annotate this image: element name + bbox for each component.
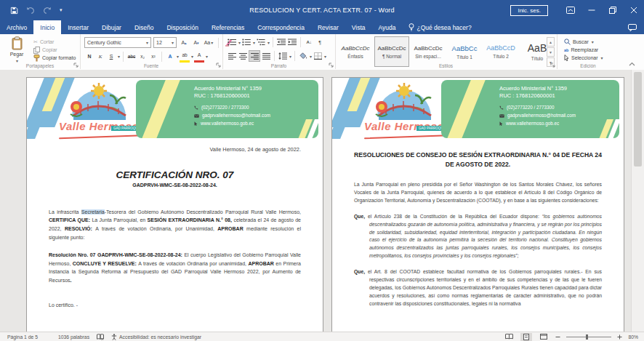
align-center-button[interactable]: [238, 51, 248, 61]
zoom-in-icon[interactable]: [617, 334, 622, 340]
group-parrafo: ▾ ▾ ▾ A↓ ¶: [222, 34, 336, 69]
minimize-button[interactable]: [581, 0, 602, 20]
select-button[interactable]: Seleccionar ▾: [564, 54, 603, 62]
align-left-button[interactable]: [227, 51, 237, 61]
underline-button[interactable]: S: [106, 52, 116, 62]
word-count[interactable]: 1036 palabras: [58, 334, 89, 340]
font-color-button[interactable]: A: [194, 50, 204, 63]
increase-indent-icon[interactable]: [287, 37, 297, 47]
print-layout-icon[interactable]: [520, 333, 532, 341]
accessibility-status[interactable]: Accesibilidad: es necesario investigar: [111, 334, 201, 340]
styles-dialog-launcher-icon[interactable]: [550, 63, 555, 68]
copy-button[interactable]: Copiar: [33, 46, 76, 54]
format-painter-button[interactable]: Copiar formato: [33, 54, 76, 62]
certification-paragraph-1: La infrascrita Secretaria-Tesorera del G…: [49, 208, 301, 241]
clipboard-dialog-launcher-icon[interactable]: [73, 63, 79, 68]
style-titulo-2[interactable]: AaBbCcD Título 2: [483, 36, 518, 67]
tab-referencias[interactable]: Referencias: [205, 20, 251, 34]
find-caret-icon: ▾: [592, 39, 594, 44]
subscript-button[interactable]: x₂: [137, 52, 148, 62]
shading-icon[interactable]: [298, 51, 308, 61]
text-effects-caret-icon[interactable]: ▾: [177, 54, 179, 59]
highlight-caret-icon[interactable]: ▾: [191, 54, 193, 59]
align-right-button[interactable]: [249, 50, 260, 62]
clipboard-icon: [12, 36, 23, 50]
lightbulb-icon: [408, 23, 414, 31]
tab-insertar[interactable]: Insertar: [61, 20, 95, 34]
find-button[interactable]: Buscar ▾: [564, 38, 603, 46]
close-button[interactable]: [623, 0, 644, 20]
bold-button[interactable]: N: [84, 52, 94, 62]
ribbon-tab-row: Archivo Inicio Insertar Dibujar Diseño D…: [0, 20, 644, 34]
zoom-slider[interactable]: [566, 337, 611, 337]
email-row: gadprvallehermoso@hotmail.com: [499, 112, 576, 119]
tab-dibujar[interactable]: Dibujar: [95, 20, 128, 34]
zoom-level[interactable]: 80%: [628, 334, 638, 340]
paste-button[interactable]: Pegar ▾: [5, 36, 28, 67]
italic-button[interactable]: K: [95, 52, 105, 62]
zoom-slider-thumb[interactable]: [586, 334, 588, 340]
document-page-1[interactable]: Valle Hermoso GAD PARROQUIAL Acuerdo Min…: [26, 77, 323, 332]
shrink-font-button[interactable]: A▾: [191, 38, 201, 48]
font-name-combo[interactable]: Century Gothic ▾: [84, 37, 151, 48]
cut-button[interactable]: ✂ Cortar: [33, 38, 76, 46]
decor-yellow-stripe-3: [445, 80, 487, 138]
styles-scroll-down-icon[interactable]: ▼: [547, 47, 555, 57]
tab-revisar[interactable]: Revisar: [311, 20, 345, 34]
change-case-button[interactable]: Aa▾: [204, 38, 214, 48]
underline-caret-icon[interactable]: ▾: [118, 54, 120, 59]
pilcrow-icon[interactable]: ¶: [315, 37, 325, 47]
style-enfasis[interactable]: AaBbCcDc Énfasis: [338, 36, 373, 67]
highlight-color-button[interactable]: ab: [180, 50, 190, 63]
zoom-out-icon[interactable]: [555, 334, 560, 340]
tab-ayuda[interactable]: Ayuda: [372, 20, 403, 34]
resolutions-intro: La Junta Parroquial en pleno presidida p…: [354, 181, 602, 205]
collapse-ribbon-icon[interactable]: [629, 62, 635, 66]
tell-me-box[interactable]: ¿Qué desea hacer?: [403, 20, 478, 34]
considerando-2: Que, el Art. 8 del COOTAD establece facu…: [354, 268, 602, 308]
tab-disposicion[interactable]: Disposición: [160, 20, 204, 34]
web-layout-icon[interactable]: [538, 333, 550, 341]
borders-icon[interactable]: [313, 51, 323, 61]
grow-font-button[interactable]: A▴: [179, 38, 189, 48]
tab-correspondencia[interactable]: Correspondencia: [251, 20, 311, 34]
email-row: gadprvallehermoso@hotmail.com: [194, 112, 270, 119]
style-titulo-1[interactable]: AaBbCc Título 1: [447, 36, 482, 67]
line-spacing-icon[interactable]: [278, 51, 288, 61]
proofing-icon[interactable]: [97, 334, 104, 340]
replace-button[interactable]: ab Reemplazar: [564, 46, 603, 54]
multilevel-list-icon[interactable]: [256, 37, 266, 47]
vertical-scrollbar[interactable]: [631, 70, 644, 332]
tab-archivo[interactable]: Archivo: [0, 20, 33, 34]
superscript-button[interactable]: x²: [148, 52, 158, 62]
tab-inicio[interactable]: Inicio: [33, 20, 61, 34]
font-color-caret-icon[interactable]: ▾: [206, 54, 208, 59]
cursor-icon: [499, 121, 503, 126]
tab-diseno[interactable]: Diseño: [128, 20, 160, 34]
font-dialog-launcher-icon[interactable]: [216, 63, 221, 68]
sort-icon[interactable]: A↓: [304, 37, 314, 47]
document-page-2[interactable]: Valle Hermoso GAD PARROQUIAL Acuerdo Min…: [331, 77, 624, 332]
align-justify-button[interactable]: [261, 51, 271, 61]
styles-scroll-up-icon[interactable]: ▲: [547, 37, 555, 47]
ribbon-display-options-icon[interactable]: [560, 0, 581, 20]
restore-button[interactable]: [602, 0, 623, 20]
closing-line: Lo certifico. -: [49, 301, 301, 310]
style-normal[interactable]: AaBbCcDc ¶ Normal: [374, 36, 409, 67]
paragraph-dialog-launcher-icon[interactable]: [329, 63, 334, 68]
read-mode-icon[interactable]: [503, 333, 515, 341]
page-indicator[interactable]: Página 1 de 5: [7, 334, 38, 340]
text-effects-button[interactable]: A: [165, 52, 175, 62]
strikethrough-button[interactable]: abc: [126, 52, 137, 62]
bullets-icon[interactable]: [227, 37, 237, 47]
numbering-icon[interactable]: [241, 37, 251, 47]
format-painter-icon: [33, 55, 40, 62]
decrease-indent-icon[interactable]: [276, 37, 286, 47]
tab-vista[interactable]: Vista: [345, 20, 372, 34]
scrollbar-thumb[interactable]: [634, 72, 642, 167]
style-sin-espaciado[interactable]: AaBbCcDc Sin espaci...: [411, 36, 446, 67]
feedback-icon[interactable]: [628, 24, 637, 31]
paste-caret-icon: ▾: [16, 58, 18, 63]
font-size-combo[interactable]: 12 ▾: [153, 37, 177, 48]
sign-in-button[interactable]: Inic. ses.: [510, 5, 548, 16]
